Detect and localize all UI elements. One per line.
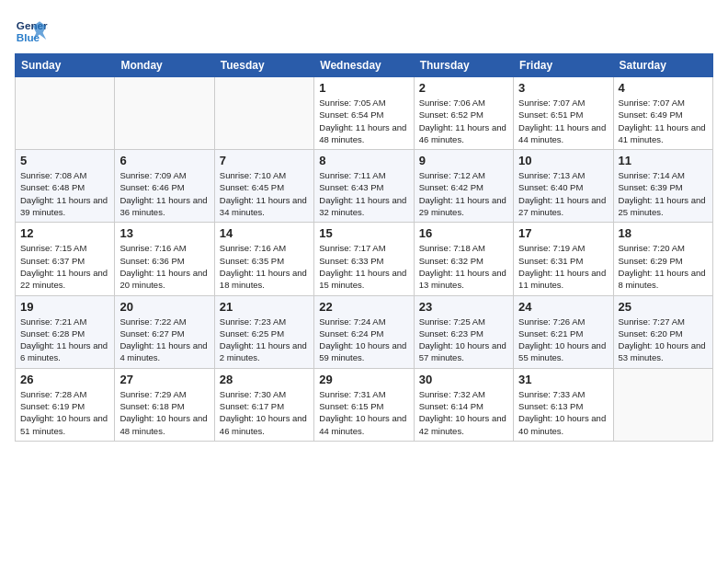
calendar-cell: 16Sunrise: 7:18 AM Sunset: 6:32 PM Dayli… bbox=[414, 223, 513, 295]
calendar-cell: 21Sunrise: 7:23 AM Sunset: 6:25 PM Dayli… bbox=[214, 295, 313, 368]
calendar-cell: 29Sunrise: 7:31 AM Sunset: 6:15 PM Dayli… bbox=[314, 368, 414, 441]
day-number: 16 bbox=[419, 226, 508, 240]
calendar-cell: 4Sunrise: 7:07 AM Sunset: 6:49 PM Daylig… bbox=[613, 77, 712, 150]
calendar-table: SundayMondayTuesdayWednesdayThursdayFrid… bbox=[15, 53, 713, 442]
day-info: Sunrise: 7:12 AM Sunset: 6:42 PM Dayligh… bbox=[419, 169, 508, 218]
calendar-cell: 17Sunrise: 7:19 AM Sunset: 6:31 PM Dayli… bbox=[514, 223, 613, 295]
calendar-cell: 28Sunrise: 7:30 AM Sunset: 6:17 PM Dayli… bbox=[214, 368, 313, 441]
day-number: 6 bbox=[119, 154, 209, 167]
day-info: Sunrise: 7:13 AM Sunset: 6:40 PM Dayligh… bbox=[518, 169, 608, 218]
calendar-cell: 9Sunrise: 7:12 AM Sunset: 6:42 PM Daylig… bbox=[414, 150, 513, 223]
day-number: 13 bbox=[119, 226, 209, 240]
day-number: 14 bbox=[220, 226, 309, 240]
day-info: Sunrise: 7:24 AM Sunset: 6:24 PM Dayligh… bbox=[319, 316, 408, 364]
day-info: Sunrise: 7:07 AM Sunset: 6:49 PM Dayligh… bbox=[619, 97, 708, 145]
day-number: 31 bbox=[518, 373, 608, 386]
day-info: Sunrise: 7:18 AM Sunset: 6:32 PM Dayligh… bbox=[419, 242, 508, 291]
day-info: Sunrise: 7:15 AM Sunset: 6:37 PM Dayligh… bbox=[20, 242, 109, 291]
day-number: 5 bbox=[20, 154, 109, 167]
week-row-5: 26Sunrise: 7:28 AM Sunset: 6:19 PM Dayli… bbox=[16, 368, 713, 441]
weekday-thursday: Thursday bbox=[414, 54, 513, 77]
day-info: Sunrise: 7:11 AM Sunset: 6:43 PM Dayligh… bbox=[319, 169, 408, 218]
day-number: 11 bbox=[619, 154, 708, 167]
day-number: 7 bbox=[220, 154, 309, 167]
calendar-cell: 19Sunrise: 7:21 AM Sunset: 6:28 PM Dayli… bbox=[16, 295, 115, 368]
day-info: Sunrise: 7:10 AM Sunset: 6:45 PM Dayligh… bbox=[220, 169, 309, 218]
day-number: 1 bbox=[319, 81, 408, 95]
calendar-cell: 12Sunrise: 7:15 AM Sunset: 6:37 PM Dayli… bbox=[16, 223, 115, 295]
weekday-saturday: Saturday bbox=[613, 54, 712, 77]
day-number: 23 bbox=[419, 300, 508, 314]
day-number: 27 bbox=[119, 373, 209, 386]
calendar-cell: 6Sunrise: 7:09 AM Sunset: 6:46 PM Daylig… bbox=[115, 150, 214, 223]
week-row-4: 19Sunrise: 7:21 AM Sunset: 6:28 PM Dayli… bbox=[16, 295, 713, 368]
day-info: Sunrise: 7:07 AM Sunset: 6:51 PM Dayligh… bbox=[518, 97, 608, 145]
calendar-cell: 20Sunrise: 7:22 AM Sunset: 6:27 PM Dayli… bbox=[115, 295, 214, 368]
week-row-2: 5Sunrise: 7:08 AM Sunset: 6:48 PM Daylig… bbox=[16, 150, 713, 223]
calendar-cell: 5Sunrise: 7:08 AM Sunset: 6:48 PM Daylig… bbox=[16, 150, 115, 223]
day-number: 29 bbox=[319, 373, 408, 386]
weekday-tuesday: Tuesday bbox=[214, 54, 313, 77]
day-info: Sunrise: 7:26 AM Sunset: 6:21 PM Dayligh… bbox=[518, 316, 608, 364]
day-info: Sunrise: 7:25 AM Sunset: 6:23 PM Dayligh… bbox=[419, 316, 508, 364]
weekday-sunday: Sunday bbox=[16, 54, 115, 77]
logo: General Blue bbox=[15, 15, 48, 48]
day-number: 21 bbox=[220, 300, 309, 314]
calendar-cell: 10Sunrise: 7:13 AM Sunset: 6:40 PM Dayli… bbox=[514, 150, 613, 223]
day-info: Sunrise: 7:06 AM Sunset: 6:52 PM Dayligh… bbox=[419, 97, 508, 145]
day-info: Sunrise: 7:16 AM Sunset: 6:35 PM Dayligh… bbox=[220, 242, 309, 291]
day-number: 17 bbox=[518, 226, 608, 240]
calendar-cell: 31Sunrise: 7:33 AM Sunset: 6:13 PM Dayli… bbox=[514, 368, 613, 441]
calendar-cell: 1Sunrise: 7:05 AM Sunset: 6:54 PM Daylig… bbox=[314, 77, 414, 150]
day-info: Sunrise: 7:14 AM Sunset: 6:39 PM Dayligh… bbox=[619, 169, 708, 218]
calendar-cell: 23Sunrise: 7:25 AM Sunset: 6:23 PM Dayli… bbox=[414, 295, 513, 368]
day-number: 28 bbox=[220, 373, 309, 386]
day-number: 10 bbox=[518, 154, 608, 167]
page-header: General Blue bbox=[15, 15, 713, 48]
day-info: Sunrise: 7:32 AM Sunset: 6:14 PM Dayligh… bbox=[419, 388, 508, 437]
calendar-cell: 14Sunrise: 7:16 AM Sunset: 6:35 PM Dayli… bbox=[214, 223, 313, 295]
calendar-cell: 27Sunrise: 7:29 AM Sunset: 6:18 PM Dayli… bbox=[115, 368, 214, 441]
calendar-cell bbox=[613, 368, 712, 441]
day-number: 30 bbox=[419, 373, 508, 386]
calendar-cell: 18Sunrise: 7:20 AM Sunset: 6:29 PM Dayli… bbox=[613, 223, 712, 295]
calendar-cell: 26Sunrise: 7:28 AM Sunset: 6:19 PM Dayli… bbox=[16, 368, 115, 441]
calendar-cell: 8Sunrise: 7:11 AM Sunset: 6:43 PM Daylig… bbox=[314, 150, 414, 223]
week-row-3: 12Sunrise: 7:15 AM Sunset: 6:37 PM Dayli… bbox=[16, 223, 713, 295]
day-number: 9 bbox=[419, 154, 508, 167]
day-number: 22 bbox=[319, 300, 408, 314]
day-number: 15 bbox=[319, 226, 408, 240]
day-info: Sunrise: 7:20 AM Sunset: 6:29 PM Dayligh… bbox=[619, 242, 708, 291]
calendar-cell: 25Sunrise: 7:27 AM Sunset: 6:20 PM Dayli… bbox=[613, 295, 712, 368]
day-number: 4 bbox=[619, 81, 708, 95]
day-number: 2 bbox=[419, 81, 508, 95]
day-info: Sunrise: 7:28 AM Sunset: 6:19 PM Dayligh… bbox=[20, 388, 109, 437]
day-number: 25 bbox=[619, 300, 708, 314]
day-info: Sunrise: 7:19 AM Sunset: 6:31 PM Dayligh… bbox=[518, 242, 608, 291]
day-number: 26 bbox=[20, 373, 109, 386]
day-info: Sunrise: 7:08 AM Sunset: 6:48 PM Dayligh… bbox=[20, 169, 109, 218]
calendar-cell: 3Sunrise: 7:07 AM Sunset: 6:51 PM Daylig… bbox=[514, 77, 613, 150]
day-info: Sunrise: 7:30 AM Sunset: 6:17 PM Dayligh… bbox=[220, 388, 309, 437]
calendar-cell: 30Sunrise: 7:32 AM Sunset: 6:14 PM Dayli… bbox=[414, 368, 513, 441]
day-info: Sunrise: 7:31 AM Sunset: 6:15 PM Dayligh… bbox=[319, 388, 408, 437]
weekday-monday: Monday bbox=[115, 54, 214, 77]
day-info: Sunrise: 7:23 AM Sunset: 6:25 PM Dayligh… bbox=[220, 316, 309, 364]
day-info: Sunrise: 7:21 AM Sunset: 6:28 PM Dayligh… bbox=[20, 316, 109, 364]
day-info: Sunrise: 7:09 AM Sunset: 6:46 PM Dayligh… bbox=[119, 169, 209, 218]
day-info: Sunrise: 7:16 AM Sunset: 6:36 PM Dayligh… bbox=[119, 242, 209, 291]
calendar-cell: 7Sunrise: 7:10 AM Sunset: 6:45 PM Daylig… bbox=[214, 150, 313, 223]
weekday-header-row: SundayMondayTuesdayWednesdayThursdayFrid… bbox=[16, 54, 713, 77]
calendar-cell: 11Sunrise: 7:14 AM Sunset: 6:39 PM Dayli… bbox=[613, 150, 712, 223]
calendar-cell: 2Sunrise: 7:06 AM Sunset: 6:52 PM Daylig… bbox=[414, 77, 513, 150]
day-info: Sunrise: 7:05 AM Sunset: 6:54 PM Dayligh… bbox=[319, 97, 408, 145]
calendar-cell: 15Sunrise: 7:17 AM Sunset: 6:33 PM Dayli… bbox=[314, 223, 414, 295]
weekday-wednesday: Wednesday bbox=[314, 54, 414, 77]
calendar-cell: 24Sunrise: 7:26 AM Sunset: 6:21 PM Dayli… bbox=[514, 295, 613, 368]
day-info: Sunrise: 7:29 AM Sunset: 6:18 PM Dayligh… bbox=[119, 388, 209, 437]
day-number: 24 bbox=[518, 300, 608, 314]
day-info: Sunrise: 7:17 AM Sunset: 6:33 PM Dayligh… bbox=[319, 242, 408, 291]
calendar-cell: 22Sunrise: 7:24 AM Sunset: 6:24 PM Dayli… bbox=[314, 295, 414, 368]
day-info: Sunrise: 7:27 AM Sunset: 6:20 PM Dayligh… bbox=[619, 316, 708, 364]
day-number: 20 bbox=[119, 300, 209, 314]
